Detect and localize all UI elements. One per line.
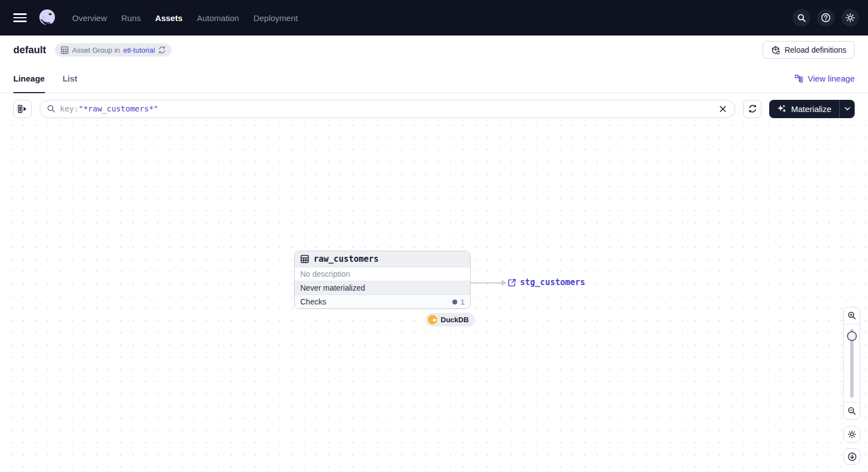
tab-lineage[interactable]: Lineage bbox=[13, 64, 45, 93]
badge-prefix: Asset Group in bbox=[72, 46, 120, 54]
tabs-row: Lineage List View lineage bbox=[0, 64, 868, 93]
asset-node-header[interactable]: raw_customers bbox=[295, 251, 470, 267]
view-lineage-link[interactable]: View lineage bbox=[795, 74, 855, 83]
refresh-icon bbox=[748, 104, 757, 113]
asset-materialization-status: Never materialized bbox=[295, 281, 470, 295]
navbar-actions bbox=[793, 9, 859, 27]
arrow-down-circle-icon bbox=[847, 452, 857, 461]
close-icon bbox=[719, 105, 726, 113]
search-icon bbox=[47, 104, 55, 113]
recenter-view-button[interactable] bbox=[844, 448, 860, 465]
lineage-edge bbox=[470, 278, 508, 287]
zoom-out-button[interactable] bbox=[844, 403, 860, 419]
open-external-icon bbox=[508, 278, 516, 287]
check-status-dot bbox=[452, 300, 457, 304]
top-navbar: Overview Runs Assets Automation Deployme… bbox=[0, 0, 868, 35]
gear-icon bbox=[845, 13, 855, 23]
search-button[interactable] bbox=[793, 9, 810, 27]
materialize-label: Materialize bbox=[791, 104, 831, 114]
page-title: default bbox=[13, 44, 46, 56]
asset-search-input[interactable]: key:"*raw_customers*" bbox=[39, 100, 735, 118]
reload-definitions-label: Reload definitions bbox=[785, 45, 846, 54]
duckdb-icon bbox=[428, 315, 437, 324]
nav-item-runs[interactable]: Runs bbox=[122, 13, 141, 23]
reload-definitions-button[interactable]: Reload definitions bbox=[763, 41, 855, 59]
zoom-in-icon bbox=[847, 311, 856, 320]
sync-icon[interactable] bbox=[158, 46, 166, 54]
chevron-down-icon bbox=[845, 107, 850, 110]
table-icon bbox=[60, 46, 69, 54]
help-button[interactable] bbox=[817, 9, 835, 27]
zoom-controls bbox=[843, 307, 860, 420]
nav-item-automation[interactable]: Automation bbox=[197, 13, 239, 23]
search-icon bbox=[797, 13, 806, 23]
toggle-sidebar-button[interactable] bbox=[13, 100, 32, 118]
settings-button[interactable] bbox=[841, 9, 859, 27]
zoom-slider-handle[interactable] bbox=[847, 331, 857, 341]
table-icon bbox=[300, 255, 309, 263]
search-query-value: "*raw_customers*" bbox=[79, 104, 158, 113]
nav-item-overview[interactable]: Overview bbox=[72, 13, 107, 23]
asset-name: raw_customers bbox=[314, 254, 379, 264]
lineage-toolbar: key:"*raw_customers*" Materialize bbox=[0, 93, 868, 124]
asset-description: No description bbox=[295, 267, 470, 281]
tab-list[interactable]: List bbox=[63, 64, 78, 93]
search-query-text: key:"*raw_customers*" bbox=[60, 104, 711, 113]
kind-tag-duckdb[interactable]: DuckDB bbox=[425, 313, 475, 327]
kind-tag-label: DuckDB bbox=[441, 316, 469, 324]
primary-nav: Overview Runs Assets Automation Deployme… bbox=[72, 13, 298, 23]
refresh-graph-button[interactable] bbox=[743, 100, 761, 118]
code-location-icon bbox=[771, 45, 780, 55]
zoom-in-button[interactable] bbox=[844, 307, 860, 324]
asset-checks-row[interactable]: Checks 1 bbox=[295, 295, 470, 308]
view-lineage-label: View lineage bbox=[808, 74, 855, 83]
search-query-key: key: bbox=[60, 104, 79, 113]
materialize-split-button: Materialize bbox=[769, 100, 855, 118]
panel-open-icon bbox=[18, 105, 27, 113]
dagster-logo-icon[interactable] bbox=[37, 7, 58, 28]
materialize-dropdown-button[interactable] bbox=[839, 100, 855, 118]
badge-code-location-link[interactable]: etl-tutorial bbox=[123, 46, 155, 54]
gear-icon bbox=[847, 430, 856, 439]
graph-settings-button[interactable] bbox=[844, 426, 860, 443]
lineage-graph-icon bbox=[795, 74, 804, 83]
asset-group-badge: Asset Group in etl-tutorial bbox=[55, 43, 171, 57]
nav-item-deployment[interactable]: Deployment bbox=[254, 13, 298, 23]
materialize-button[interactable]: Materialize bbox=[769, 100, 839, 118]
help-icon bbox=[821, 13, 831, 23]
page-header: default Asset Group in etl-tutorial Relo… bbox=[0, 35, 868, 64]
downstream-asset-name: stg_customers bbox=[520, 277, 585, 287]
downstream-asset-stg-customers[interactable]: stg_customers bbox=[508, 277, 585, 287]
checks-count: 1 bbox=[461, 298, 465, 306]
zoom-slider[interactable] bbox=[844, 324, 860, 403]
lineage-canvas[interactable]: raw_customers No description Never mater… bbox=[0, 124, 868, 472]
clear-search-button[interactable] bbox=[716, 102, 729, 115]
menu-icon[interactable] bbox=[13, 11, 27, 24]
nav-item-assets[interactable]: Assets bbox=[155, 13, 183, 23]
asset-node-raw-customers[interactable]: raw_customers No description Never mater… bbox=[294, 251, 471, 309]
zoom-out-icon bbox=[847, 407, 856, 415]
checks-label: Checks bbox=[300, 297, 326, 306]
sparkle-icon bbox=[777, 104, 786, 114]
